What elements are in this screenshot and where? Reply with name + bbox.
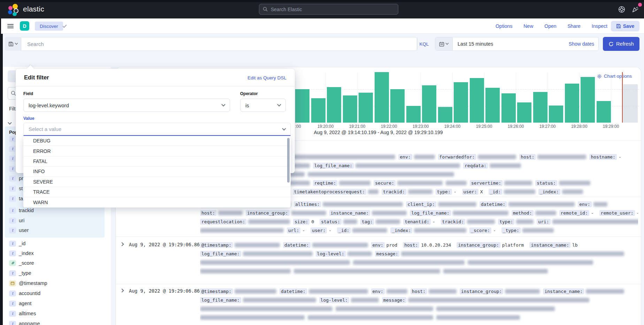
value-option-severe[interactable]: SEVERE — [23, 177, 291, 187]
doc-field[interactable]: _id: — [337, 227, 387, 233]
sidebar-field-uri[interactable]: turi — [9, 217, 24, 224]
field-name-pill[interactable]: log_file_name: — [200, 251, 241, 257]
field-name-pill[interactable]: _score: — [469, 227, 491, 233]
doc-field[interactable]: type:- — [436, 189, 459, 195]
help-icon[interactable] — [618, 6, 626, 13]
field-name-pill[interactable]: servertime: — [470, 180, 503, 186]
value-option-trace[interactable]: TRACE — [23, 187, 291, 197]
chevron-down-icon[interactable] — [8, 119, 11, 125]
doc-field[interactable]: env: — [371, 288, 407, 294]
refresh-button[interactable]: Refresh — [603, 37, 639, 51]
field-name-pill[interactable]: @timestamp: — [200, 242, 233, 248]
value-combobox[interactable]: Select a value — [23, 123, 291, 136]
histogram-bar[interactable] — [327, 87, 341, 123]
field-name-pill[interactable]: client_ip: — [406, 201, 436, 207]
doc-field[interactable]: _index: — [538, 189, 583, 195]
doc-field[interactable]: user:- — [310, 227, 334, 233]
sidebar-field-appname[interactable]: tappname — [9, 320, 40, 325]
doc-field[interactable]: log-level: — [316, 251, 372, 257]
doc-field[interactable]: hostname:- — [589, 154, 623, 160]
doc-field[interactable]: instance_name: — [329, 210, 407, 216]
field-name-pill[interactable]: instance_name: — [543, 288, 584, 294]
doc-field[interactable]: message: — [375, 251, 624, 257]
filter-by-type-label[interactable]: Filt — [9, 106, 16, 111]
doc-field[interactable]: host: — [519, 154, 586, 160]
doc-field[interactable]: trackid: — [382, 189, 432, 195]
doc-field[interactable]: host: — [411, 288, 457, 294]
doc-field[interactable]: reqtime: — [313, 180, 371, 186]
field-name-pill[interactable]: host: — [411, 288, 427, 294]
doc-field[interactable]: method: — [512, 210, 556, 216]
sidebar-field-_score[interactable]: #_score — [9, 260, 34, 266]
doc-field[interactable]: requestlocation: — [200, 219, 290, 225]
doc-field[interactable]: url:- — [287, 227, 307, 233]
chart-options-link[interactable]: Chart options — [597, 73, 632, 79]
doc-field[interactable]: servertime: — [470, 180, 532, 186]
field-name-pill[interactable]: remote_id: — [559, 210, 589, 216]
field-name-pill[interactable]: log-level: — [319, 297, 349, 303]
field-name-pill[interactable]: host: — [200, 210, 216, 216]
histogram-bar[interactable] — [549, 106, 563, 123]
field-name-pill[interactable]: host: — [519, 154, 536, 160]
doc-field[interactable]: remote_id:- — [559, 210, 596, 216]
field-name-pill[interactable]: requestlocation: — [200, 219, 246, 225]
doc-field[interactable]: log-level: — [319, 297, 379, 303]
time-range-value[interactable]: Last 15 minutes — [458, 41, 569, 47]
doc-field[interactable]: user:X — [462, 189, 485, 195]
scrollbar[interactable] — [287, 138, 290, 183]
nav-action-open[interactable]: Open — [544, 23, 556, 29]
doc-field[interactable]: remote_user:- — [599, 210, 638, 216]
value-option-error[interactable]: ERROR — [23, 146, 291, 156]
doc-field[interactable]: alltimes: — [294, 201, 403, 207]
doc-field[interactable]: message: — [382, 297, 590, 303]
value-option-debug[interactable]: DEBUG — [23, 136, 291, 146]
doc-field[interactable]: log_file_name: — [200, 297, 316, 303]
field-name-pill[interactable]: reqdata: — [463, 163, 488, 169]
sidebar-field-hidden[interactable]: t — [9, 145, 16, 152]
doc-field[interactable]: type: — [498, 219, 534, 225]
histogram-bar[interactable] — [501, 93, 516, 123]
histogram-bar[interactable] — [390, 89, 405, 123]
histogram-bar[interactable] — [597, 101, 611, 123]
edit-as-query-dsl-link[interactable]: Edit as Query DSL — [247, 75, 286, 80]
date-picker-menu-button[interactable] — [435, 37, 453, 51]
saved-query-menu-button[interactable] — [5, 37, 21, 51]
doc-field[interactable]: _index: — [390, 227, 466, 233]
field-name-pill[interactable]: env: — [371, 242, 385, 248]
histogram-bar[interactable] — [470, 78, 484, 123]
field-name-pill[interactable]: url: — [287, 227, 300, 233]
doc-field[interactable]: status: — [320, 219, 357, 225]
field-name-pill[interactable]: instance_group: — [460, 288, 503, 294]
menu-hamburger-icon[interactable] — [7, 23, 14, 29]
expand-row-icon[interactable] — [120, 242, 124, 246]
field-name-pill[interactable]: _index: — [538, 189, 560, 195]
show-dates-link[interactable]: Show dates — [569, 41, 594, 47]
elastic-logo-icon[interactable] — [8, 4, 22, 16]
doc-field[interactable]: trackid: — [441, 219, 495, 225]
doc-field[interactable]: instance_name: — [543, 288, 624, 294]
doc-field[interactable]: env: — [398, 154, 435, 160]
field-name-pill[interactable]: datetime: — [283, 242, 310, 248]
doc-field[interactable]: datetime: — [480, 201, 575, 207]
field-name-pill[interactable]: tenantid: — [403, 219, 430, 225]
histogram-bar[interactable] — [533, 92, 547, 123]
field-name-pill[interactable]: forwardedfor: — [438, 154, 476, 160]
kql-search-input[interactable]: Search — [21, 37, 417, 51]
sidebar-field-agent[interactable]: tagent — [9, 300, 31, 307]
sidebar-field-accountid[interactable]: taccountid — [9, 290, 40, 297]
doc-field[interactable]: log_file_name: — [200, 251, 313, 257]
doc-field[interactable]: size:0 — [293, 219, 316, 225]
field-name-pill[interactable]: env: — [578, 201, 591, 207]
doc-field[interactable]: env: — [578, 201, 607, 207]
doc-field[interactable]: _type: — [501, 227, 554, 233]
sidebar-field-alltimes[interactable]: talltimes — [9, 310, 36, 317]
whats-new-party-icon[interactable] — [631, 6, 639, 13]
field-name-pill[interactable]: type: — [498, 219, 514, 225]
sidebar-field-st[interactable]: tst — [9, 185, 23, 192]
sidebar-field-hidden[interactable]: t — [9, 155, 16, 162]
field-name-pill[interactable]: _id: — [337, 227, 351, 233]
field-name-pill[interactable]: alltimes: — [294, 201, 321, 207]
field-name-pill[interactable]: datetime: — [480, 201, 507, 207]
field-name-pill[interactable]: @timestamp: — [200, 288, 233, 294]
doc-field[interactable]: tag: — [360, 219, 400, 225]
